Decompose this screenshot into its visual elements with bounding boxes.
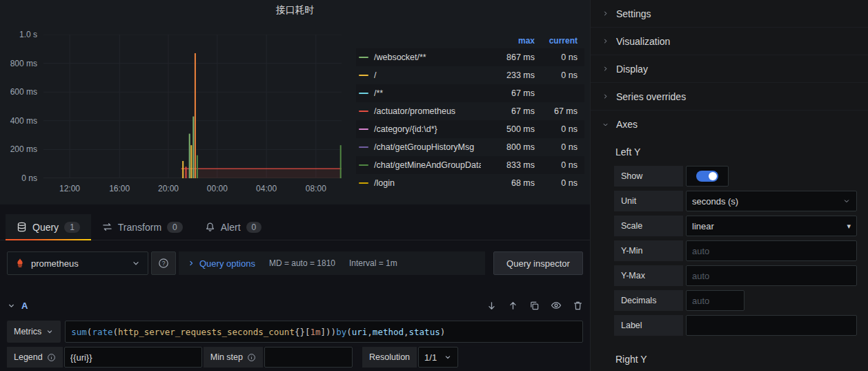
field-label: Unit	[614, 191, 683, 211]
legend-col-current[interactable]: current	[535, 36, 578, 46]
promql-token: ))	[326, 327, 336, 337]
selected-value: seconds (s)	[692, 196, 738, 207]
series-label[interactable]: /websocket/**	[374, 53, 481, 62]
arrow-down-icon	[486, 301, 497, 311]
x-axis-tick: 20:00	[153, 184, 184, 193]
decimals-input[interactable]	[686, 290, 744, 311]
field-unit: Unitseconds (s)	[614, 191, 857, 211]
legend-row[interactable]: /category/{id:\d*}500 ms0 ns	[356, 120, 584, 138]
unit-select[interactable]: seconds (s)	[686, 191, 857, 211]
chevron-right-icon	[187, 259, 195, 267]
promql-token: uri	[352, 327, 368, 337]
database-icon	[17, 222, 27, 232]
sidebar-section-axes[interactable]: Axes	[591, 111, 868, 138]
max-datapoints-text: MD = auto = 1810	[269, 258, 335, 268]
legend-format-input[interactable]	[64, 347, 202, 368]
query-field-row: Legend Min step Resolution 1/1	[7, 347, 583, 368]
label-input[interactable]	[686, 315, 857, 336]
move-query-up-button[interactable]	[508, 301, 518, 311]
series-label[interactable]: /	[374, 70, 481, 80]
chevron-down-icon	[842, 197, 851, 205]
metrics-dropdown[interactable]: Metrics	[7, 321, 61, 343]
info-circle-icon[interactable]	[247, 353, 256, 362]
legend-row[interactable]: /actuator/prometheus67 ms67 ms	[356, 102, 584, 120]
y-min-input[interactable]	[686, 240, 857, 261]
timeseries-panel: 接口耗时 1.0 s800 ms600 ms400 ms200 ms0 ns12…	[0, 0, 590, 204]
x-axis-tick: 00:00	[202, 184, 233, 193]
chevron-down-icon[interactable]	[7, 301, 16, 310]
field-label: Label	[614, 315, 857, 336]
y-max-input[interactable]	[686, 265, 857, 286]
promql-token: http_server_requests_seconds_count	[118, 327, 295, 337]
disable-query-button[interactable]	[551, 300, 562, 311]
promql-expression-input[interactable]: sum(rate(http_server_requests_seconds_co…	[65, 321, 583, 343]
query-options-link[interactable]: Query options	[199, 258, 255, 269]
resolution-select[interactable]: 1/1	[418, 347, 458, 368]
field-label: Decimals	[614, 290, 683, 311]
sidebar-section-visualization[interactable]: Visualization	[591, 28, 868, 55]
interval-text: Interval = 1m	[349, 258, 397, 268]
info-circle-icon[interactable]	[47, 353, 56, 362]
legend-row[interactable]: /login68 ms0 ns	[356, 174, 584, 192]
field-scale: Scalelinear▾	[614, 216, 857, 236]
min-step-input[interactable]	[264, 347, 353, 368]
legend-row[interactable]: /chat/getGroupHistoryMsg800 ms0 ns	[356, 138, 584, 156]
series-max-value: 233 ms	[481, 70, 535, 80]
promql-token: {}	[295, 327, 305, 337]
tab-query[interactable]: Query1	[6, 214, 91, 240]
axes-options: Left YShowUnitseconds (s)Scalelinear▾Y-M…	[591, 146, 868, 365]
legend-rows: /websocket/**867 ms0 ns/233 ms0 ns/**67 …	[356, 48, 584, 192]
sidebar-section-settings[interactable]: Settings	[591, 0, 868, 28]
promql-token: ,	[404, 327, 409, 337]
y-axis-tick: 600 ms	[6, 87, 37, 97]
panel-title[interactable]: 接口耗时	[0, 0, 590, 19]
series-label[interactable]: /actuator/prometheus	[374, 106, 481, 116]
datasource-picker[interactable]: prometheus	[7, 251, 148, 275]
show-toggle[interactable]	[696, 171, 718, 182]
series-current-value: 0 ns	[535, 178, 578, 188]
field-label: Scale	[614, 216, 683, 236]
field-y-max: Y-Max	[614, 265, 857, 286]
series-label[interactable]: /category/{id:\d*}	[374, 124, 481, 134]
grafana-panel-editor: 接口耗时 1.0 s800 ms600 ms400 ms200 ms0 ns12…	[0, 0, 868, 371]
series-color-icon	[359, 146, 368, 148]
legend-row[interactable]: /chat/getMineAndGroupData833 ms0 ns	[356, 156, 584, 174]
datasource-help-button[interactable]: ?	[151, 251, 176, 275]
query-editor-row: Metrics sum(rate(http_server_requests_se…	[7, 321, 583, 343]
series-label[interactable]: /chat/getGroupHistoryMsg	[374, 142, 481, 152]
series-label[interactable]: /login	[374, 178, 481, 188]
tab-alert[interactable]: Alert0	[194, 214, 273, 240]
delete-query-button[interactable]	[573, 301, 583, 311]
x-axis-tick: 08:00	[301, 184, 331, 193]
sidebar-section-series-overrides[interactable]: Series overrides	[591, 83, 868, 111]
promql-token: 1m	[310, 327, 321, 337]
series-current-value: 0 ns	[535, 142, 578, 152]
series-label[interactable]: /chat/getMineAndGroupData	[374, 160, 481, 170]
duplicate-query-button[interactable]	[529, 301, 540, 311]
series-max-value: 67 ms	[481, 88, 535, 98]
move-query-down-button[interactable]	[486, 301, 497, 311]
metrics-label: Metrics	[14, 327, 41, 336]
legend-row[interactable]: /websocket/**867 ms0 ns	[356, 48, 584, 66]
arrow-up-icon	[508, 301, 518, 311]
sidebar-section-display[interactable]: Display	[591, 55, 868, 83]
chevron-right-icon	[602, 93, 609, 100]
series-label[interactable]: /**	[374, 88, 481, 98]
series-max-value: 833 ms	[481, 160, 535, 170]
chevron-down-icon	[444, 353, 452, 361]
scale-select[interactable]: linear▾	[686, 216, 857, 236]
field-label: Y-Max	[614, 265, 683, 286]
query-row-actions	[486, 300, 583, 311]
series-max-value: 500 ms	[481, 124, 535, 134]
transform-icon	[102, 222, 112, 232]
legend-row[interactable]: /233 ms0 ns	[356, 66, 584, 84]
tab-transform[interactable]: Transform0	[91, 214, 194, 240]
query-inspector-button[interactable]: Query inspector	[493, 251, 583, 275]
selected-value: linear	[692, 221, 714, 231]
legend-row[interactable]: /**67 ms	[356, 84, 584, 102]
legend-format-chip: Legend	[7, 347, 63, 368]
query-ref-id[interactable]: A	[21, 301, 28, 311]
series-color-icon	[359, 111, 368, 112]
legend-col-max[interactable]: max	[481, 36, 535, 46]
promql-token: [	[305, 327, 310, 337]
